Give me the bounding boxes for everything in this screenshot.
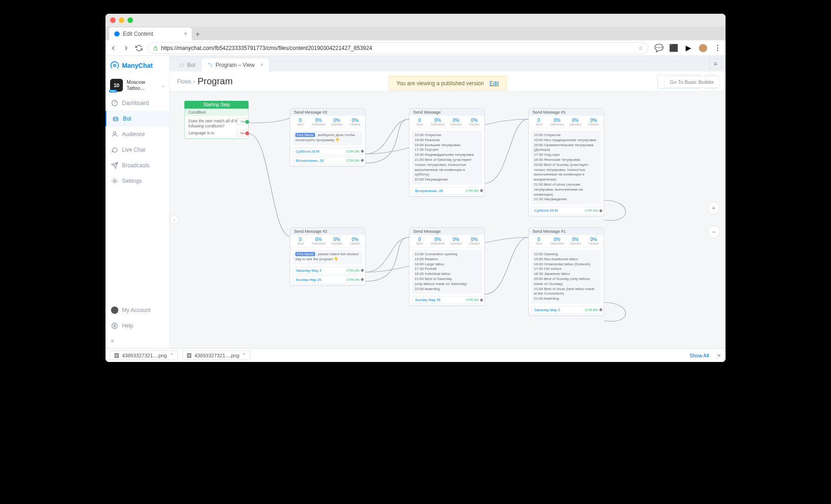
flow-icon <box>207 62 213 68</box>
chevron-up-icon[interactable]: ⌃ <box>170 352 174 358</box>
publish-banner: You are viewing a published version Edit <box>388 76 507 91</box>
page-title: Program <box>198 76 233 87</box>
node-title: Send Message #2 <box>290 228 365 235</box>
condition-yes[interactable]: Yes <box>237 118 247 125</box>
node-title: Send Message #1 <box>529 228 604 235</box>
node-send-message-1-en[interactable]: Send Message #1 0Sent 0%Delivered 0%Open… <box>528 227 604 316</box>
sidebar: ManyChat 10 PRO Moscow Tattoo... ⌄ Dashb… <box>105 56 170 348</box>
flow-canvas[interactable]: › + − <box>170 92 726 348</box>
maximize-window-btn[interactable] <box>127 17 133 23</box>
sidebar-collapse[interactable]: « <box>105 334 169 348</box>
message-button[interactable]: Воскресенье, 26CTR 0% <box>412 187 482 195</box>
message-button[interactable]: Sunday May 26CTR 0% <box>412 296 482 304</box>
message-button[interactable]: Sunday May 26CTR 0% <box>293 276 363 284</box>
message-button[interactable]: Суббота 25 МCTR 0% <box>293 148 363 155</box>
sidebar-item-livechat[interactable]: Live Chat <box>105 142 169 158</box>
browser-tab[interactable]: Edit Content × <box>109 27 192 40</box>
node-send-message-2-en[interactable]: Send Message #2 0Sent 0%Delivered 0%Open… <box>290 227 366 285</box>
extension-icon-2[interactable]: ⬛ <box>670 44 678 52</box>
favicon-icon <box>114 31 120 37</box>
svg-rect-11 <box>180 64 183 67</box>
zoom-out-button[interactable]: − <box>707 225 720 238</box>
node-stats: 0Sent 0%Delivered 0%Opened 0%Clicked <box>529 235 604 247</box>
sidebar-item-broadcasts[interactable]: Broadcasts <box>105 158 169 173</box>
logo-icon <box>110 61 119 70</box>
chevron-up-icon[interactable]: ⌃ <box>242 352 246 358</box>
bot-icon <box>179 62 184 68</box>
sidebar-item-settings[interactable]: Settings <box>105 173 169 189</box>
sidebar-item-help[interactable]: ?Help <box>105 318 169 334</box>
show-all-downloads[interactable]: Show All <box>690 353 709 358</box>
extension-icon-3[interactable]: ▶ <box>684 44 692 52</box>
message-button[interactable]: Saturday May 2CTR 0% <box>531 306 601 314</box>
browser-toolbar: https://manychat.com/fb542233335791773/c… <box>105 40 726 56</box>
back-button[interactable] <box>109 44 117 52</box>
close-window-btn[interactable] <box>110 17 116 23</box>
banner-edit-link[interactable]: Edit <box>489 80 499 87</box>
chrome-menu-icon[interactable]: ⋮ <box>714 44 722 52</box>
goto-basic-builder[interactable]: Go To Basic Builder <box>664 76 720 88</box>
node-message-body: 12:00 Открытие15:00 Нео-традиционная тат… <box>531 131 601 204</box>
svg-rect-1 <box>154 48 157 50</box>
new-tab-button[interactable]: + <box>192 28 204 40</box>
svg-point-12 <box>208 63 209 64</box>
close-download-bar[interactable]: × <box>717 352 721 359</box>
node-send-message[interactable]: Send Message 0Sent 0%Delivered 0%Opened … <box>409 108 485 197</box>
tab-program[interactable]: Program – View× <box>202 59 269 71</box>
node-message-body: 12:00 Opening15:00 Neo-traditional tatto… <box>531 250 601 304</box>
chevron-down-icon: ⌄ <box>161 83 165 88</box>
node-stats: 0Sent 0%Delivered 0%Opened 0%Clicked <box>410 116 484 128</box>
collapse-icon: « <box>111 338 114 344</box>
send-icon <box>111 162 118 169</box>
workspace-switcher[interactable]: 10 PRO Moscow Tattoo... ⌄ <box>105 75 169 95</box>
file-icon: 🖼 <box>114 353 119 358</box>
tab-bot[interactable]: Bot <box>173 59 201 71</box>
svg-point-6 <box>116 119 116 119</box>
node-send-message-en[interactable]: Send Message 0Sent 0%Delivered 0%Opened … <box>409 227 485 306</box>
extension-icon-1[interactable]: 💬 <box>655 44 663 52</box>
hamburger-menu[interactable]: ≡ <box>709 58 722 69</box>
sidebar-item-dashboard[interactable]: Dashboard <box>105 95 169 111</box>
node-stats: 0Sent 0%Delivered 0%Opened 0%Clicked <box>410 235 484 247</box>
address-bar[interactable]: https://manychat.com/fb542233335791773/c… <box>148 42 648 54</box>
message-button[interactable]: Воскресенье, 26CTR 0% <box>293 157 363 164</box>
file-icon: 🖼 <box>187 353 192 358</box>
avatar-icon <box>111 307 118 314</box>
chat-icon <box>111 146 118 153</box>
message-button[interactable]: Суббота 25 МCTR 0% <box>531 207 601 214</box>
close-tab-icon[interactable]: × <box>184 31 187 37</box>
close-tab-icon[interactable]: × <box>260 62 263 68</box>
svg-point-5 <box>114 119 115 119</box>
brand-logo[interactable]: ManyChat <box>105 56 169 75</box>
zoom-in-button[interactable]: + <box>707 202 720 214</box>
gear-icon <box>111 177 118 185</box>
sidebar-item-audience[interactable]: Audience <box>105 126 169 142</box>
node-title: Send Message <box>410 228 484 235</box>
download-item[interactable]: 🖼43893327321....png⌃ <box>110 351 178 360</box>
download-item[interactable]: 🖼43893327321....png⌃ <box>183 351 250 360</box>
forward-button[interactable] <box>122 44 130 52</box>
node-subtitle: Condition <box>185 109 248 116</box>
sidebar-item-account[interactable]: My Account <box>105 302 169 318</box>
condition-no[interactable]: No <box>237 130 247 137</box>
node-send-message-1[interactable]: Send Message #1 0Sent 0%Delivered 0%Open… <box>528 108 604 216</box>
node-starting-step[interactable]: Starting Step Condition Does the user ma… <box>184 101 249 139</box>
sidebar-item-bot[interactable]: Bot <box>105 111 169 126</box>
node-title: Send Message #1 <box>529 109 604 116</box>
star-icon[interactable]: ☆ <box>638 45 643 51</box>
reload-button[interactable] <box>135 44 143 52</box>
svg-point-0 <box>114 31 120 37</box>
breadcrumb[interactable]: Flows › <box>177 78 195 85</box>
help-icon: ? <box>111 322 118 329</box>
node-title: Starting Step <box>184 101 249 109</box>
minimize-window-btn[interactable] <box>119 17 124 23</box>
brand-text: ManyChat <box>122 62 153 69</box>
canvas-collapse-handle[interactable]: › <box>170 215 179 225</box>
svg-point-7 <box>113 132 116 134</box>
content-tabs: Bot Program – View× ≡ <box>170 56 726 71</box>
node-send-message-2[interactable]: Send Message #2 0Sent 0%Delivered 0%Open… <box>290 108 366 166</box>
bot-icon <box>112 115 119 122</box>
message-button[interactable]: Saturday May 2CTR 0% <box>293 267 363 274</box>
node-stats: 0Sent 0%Delivered 0%Opened 0%Clicked <box>290 116 365 128</box>
profile-avatar[interactable] <box>699 44 707 52</box>
